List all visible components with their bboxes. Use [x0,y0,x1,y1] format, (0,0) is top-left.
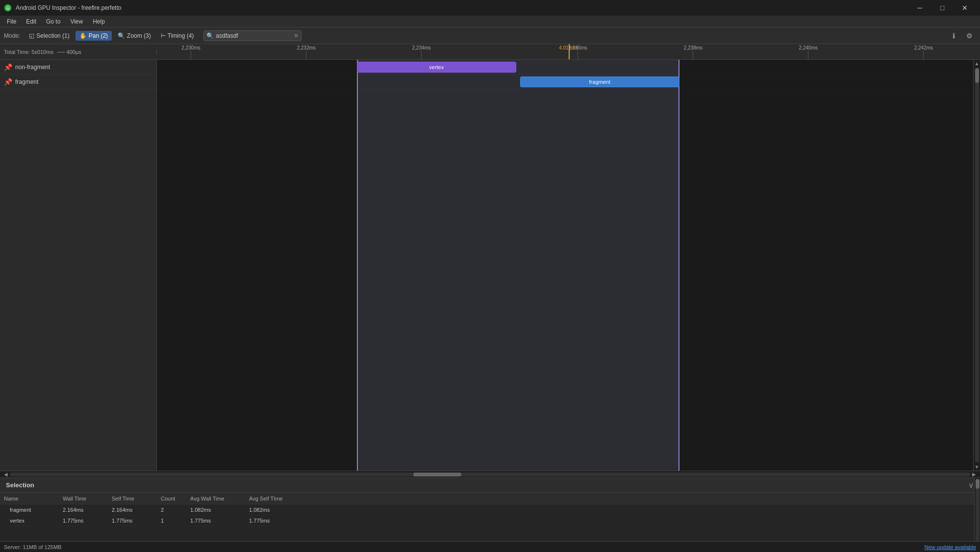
track-name-fragment: fragment [15,78,38,85]
vscroll-down-arrow[interactable]: ▼ [974,463,980,471]
scrollbar-track [10,473,970,477]
toolbar: Mode: ◱ Selection (1) ✋ Pan (2) 🔍 Zoom (… [0,27,980,44]
pin-icon-fragment[interactable]: 📌 [4,78,12,86]
left-dark-overlay [157,60,357,471]
ruler-tick-label: 2,242ms [914,45,933,50]
mode-pan-label: Pan (2) [89,32,108,39]
settings-button[interactable]: ⚙ [962,29,976,43]
mode-timing-label: Timing (4) [168,32,194,39]
timeline-container: Total Time: 5s010ms ── 400μs 2,230ms2,23… [0,44,980,477]
info-button[interactable]: ℹ [947,29,960,43]
menu-bar: File Edit Go to View Help [0,16,980,27]
mode-selection-button[interactable]: ◱ Selection (1) [25,31,73,41]
zoom-icon: 🔍 [118,32,125,39]
ruler-tick-label: 2,240ms [799,45,818,50]
row-fragment-name: fragment [0,507,59,513]
row-fragment-wall: 2.164ms [59,507,108,513]
title-bar: A Android GPU Inspector - freefire.perfe… [0,0,980,16]
tracks-vscroll[interactable]: ▲ ▼ [973,60,980,471]
total-time-label: Total Time: 5s010ms [4,49,53,55]
search-clear-button[interactable]: ✕ [294,32,299,39]
mode-pan-button[interactable]: ✋ Pan (2) [75,31,112,41]
ruler-left: Total Time: 5s010ms ── 400μs [0,49,157,55]
row-fragment-count: 2 [157,507,186,513]
toolbar-right-buttons: ℹ ⚙ [947,29,976,43]
server-value: 11MB of 125MB [23,544,62,550]
track-row-non-fragment[interactable]: vertex [157,60,973,75]
row-vertex-self: 1.775ms [108,518,157,524]
vertex-block-label: vertex [429,64,444,70]
track-labels: 📌 non-fragment 📌 fragment [0,60,157,471]
tracks-canvas[interactable]: vertex fragment [157,60,973,471]
ruler-tick-label: 2,232ms [297,45,315,50]
minimize-button[interactable]: ─ [908,0,931,16]
menu-help[interactable]: Help [88,17,110,26]
search-input[interactable] [203,30,302,41]
update-link[interactable]: New update available [925,544,976,550]
mode-zoom-button[interactable]: 🔍 Zoom (3) [114,31,155,41]
selection-vscroll[interactable] [974,478,980,541]
server-label: Server: [4,544,21,550]
sel-vscroll-thumb[interactable] [976,479,980,489]
close-button[interactable]: ✕ [954,0,976,16]
ruler-ticks: 2,230ms2,232ms2,234ms2,236ms2,238ms2,240… [157,44,980,59]
vscroll-thumb[interactable] [975,68,979,83]
table-row-fragment[interactable]: fragment 2.164ms 2.164ms 2 1.082ms 1.082… [0,504,980,515]
selection-collapse-button[interactable]: ∨ [968,480,974,490]
row-vertex-count: 1 [157,518,186,524]
col-header-avg-wall: Avg Wall Time [186,496,245,502]
scrollbar-thumb[interactable] [413,473,461,477]
time-ruler: Total Time: 5s010ms ── 400μs 2,230ms2,23… [0,44,980,60]
scale-label: ── 400μs [57,49,81,55]
col-header-name: Name [0,496,59,502]
menu-edit[interactable]: Edit [21,17,41,26]
mode-selection-label: Selection (1) [36,32,69,39]
row-vertex-name: vertex [0,518,59,524]
col-header-avg-self: Avg Self TIme [245,496,304,502]
ruler-tick: 2,240ms [799,44,818,59]
app-icon: A [4,4,12,12]
menu-view[interactable]: View [65,17,88,26]
title-bar-left: A Android GPU Inspector - freefire.perfe… [4,4,121,12]
sel-vscroll-track [976,479,980,542]
mode-label: Mode: [4,32,20,39]
horizontal-scrollbar[interactable]: ◀ ▶ [0,471,980,477]
row-vertex-wall: 1.775ms [59,518,108,524]
right-dark-overlay [679,60,973,471]
col-header-self: Self Time [108,496,157,502]
ruler-tick-label: 2,234ms [412,45,430,50]
table-row-vertex[interactable]: vertex 1.775ms 1.775ms 1 1.775ms 1.775ms [0,515,980,526]
fragment-block-label: fragment [589,79,610,85]
ruler-tick-label: 2,238ms [684,45,703,50]
mode-timing-button[interactable]: ⊢ Timing (4) [157,31,198,41]
timing-icon: ⊢ [161,32,166,39]
selection-title: Selection [6,481,34,489]
track-row-fragment[interactable]: fragment [157,75,973,89]
selection-header: Selection ∨ [0,478,980,493]
row-fragment-self: 2.164ms [108,507,157,513]
title-bar-controls: ─ □ ✕ [908,0,976,16]
vertex-block[interactable]: vertex [357,62,516,73]
cursor-line [569,44,570,59]
search-container: 🔍 ✕ [203,30,302,41]
ruler-tick: 2,230ms [181,44,200,59]
menu-file[interactable]: File [2,17,21,26]
search-icon: 🔍 [206,32,214,39]
selection-icon: ◱ [29,32,34,39]
row-vertex-avg-wall: 1.775ms [186,518,245,524]
col-header-wall: Wall Time [59,496,108,502]
maximize-button[interactable]: □ [931,0,954,16]
vscroll-track [975,68,979,462]
menu-goto[interactable]: Go to [41,17,65,26]
track-label-non-fragment: 📌 non-fragment [0,60,156,75]
ruler-tick-label: 2,230ms [181,45,200,50]
tracks-area: 📌 non-fragment 📌 fragment vertex fragmen… [0,60,980,471]
fragment-block[interactable]: fragment [520,76,679,87]
pin-icon-non-fragment[interactable]: 📌 [4,63,12,71]
vscroll-up-arrow[interactable]: ▲ [974,60,980,67]
svg-text:A: A [6,6,9,11]
track-label-fragment: 📌 fragment [0,75,156,89]
scroll-left-arrow[interactable]: ◀ [2,472,10,477]
scroll-right-arrow[interactable]: ▶ [970,472,978,477]
col-header-count: Count [157,496,186,502]
